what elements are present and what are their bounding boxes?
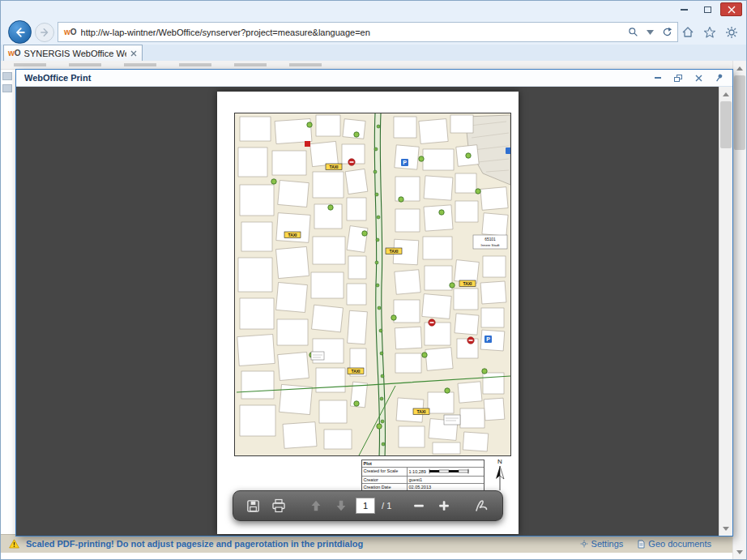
- next-page-button[interactable]: [331, 495, 351, 516]
- settings-link-icon: [580, 540, 588, 548]
- window-close-button[interactable]: [720, 2, 742, 16]
- tab-weboffice[interactable]: wO SYNERGIS WebOffice Web...: [3, 45, 143, 61]
- pdf-viewer: P P TAXI TAXI TAXI TAXI TAXI TAX: [16, 87, 719, 536]
- adobe-acrobat-icon: [473, 498, 489, 514]
- svg-text:P: P: [486, 336, 490, 342]
- scroll-down-icon: [723, 527, 729, 531]
- favorites-star-icon[interactable]: [702, 24, 718, 41]
- arrow-up-icon: [309, 498, 323, 513]
- background-sidebar: [2, 72, 14, 96]
- svg-text:TAXI: TAXI: [288, 233, 297, 237]
- address-bar[interactable]: wO http://w-lap-wintner/WebOffice/synser…: [58, 22, 678, 42]
- dialog-restore-icon: [674, 75, 682, 82]
- pin-icon: [715, 73, 724, 83]
- map-image: P P TAXI TAXI TAXI TAXI TAXI TAX: [234, 113, 511, 456]
- forward-arrow-icon: [39, 27, 50, 38]
- tab-favicon: wO: [8, 49, 21, 58]
- settings-link[interactable]: Settings: [580, 539, 624, 549]
- scale-value: 1:10,289: [409, 469, 426, 474]
- svg-text:TAXI: TAXI: [389, 249, 399, 254]
- open-in-acrobat-button[interactable]: [472, 495, 492, 516]
- search-icon[interactable]: [625, 24, 642, 41]
- status-bar: Scaled PDF-printing! Do not adjust pages…: [1, 534, 732, 553]
- north-arrow: N: [489, 456, 510, 495]
- svg-text:TAXI: TAXI: [463, 281, 472, 286]
- creator-label: Creator: [362, 477, 408, 483]
- print-icon: [271, 498, 287, 514]
- tab-close-icon: [130, 50, 137, 57]
- scroll-down-icon: [736, 550, 743, 554]
- scale-bar: [429, 468, 472, 475]
- plus-icon: [437, 498, 451, 513]
- window-maximize-button[interactable]: [697, 2, 719, 16]
- svg-text:N: N: [497, 458, 502, 465]
- url-text[interactable]: http://w-lap-wintner/WebOffice/synserver…: [81, 28, 625, 37]
- dialog-close-button[interactable]: [693, 73, 704, 83]
- geo-documents-link[interactable]: Geo documents: [638, 539, 711, 549]
- page-scroll-thumb[interactable]: [734, 75, 745, 150]
- weboffice-favicon: wO: [60, 28, 81, 36]
- previous-page-button[interactable]: [306, 495, 327, 516]
- navigation-bar: wO http://w-lap-wintner/WebOffice/synser…: [1, 19, 746, 45]
- dialog-title: WebOffice Print: [24, 73, 91, 83]
- viewer-scrollbar[interactable]: [719, 87, 732, 536]
- back-arrow-icon: [14, 26, 27, 39]
- print-warning-text: Scaled PDF-printing! Do not adjust pages…: [26, 539, 574, 549]
- tab-bar: wO SYNERGIS WebOffice Web...: [1, 45, 746, 61]
- dialog-restore-button[interactable]: [672, 73, 684, 83]
- zoom-in-button[interactable]: [434, 495, 455, 516]
- arrow-down-icon: [334, 498, 348, 513]
- svg-text:TAXI: TAXI: [351, 369, 361, 374]
- viewer-scroll-thumb[interactable]: [720, 101, 732, 148]
- creation-date-value: 02.05.2013: [409, 485, 432, 489]
- plot-info-table: Plot Created for Scale 1:10,289: [361, 460, 484, 491]
- window-minimize-button[interactable]: [673, 2, 695, 16]
- svg-text:65101: 65101: [484, 237, 496, 242]
- weboffice-print-dialog: WebOffice Print: [15, 69, 733, 536]
- page-number-input[interactable]: [356, 498, 375, 514]
- zoom-out-button[interactable]: [409, 495, 429, 516]
- scroll-up-icon: [723, 92, 729, 96]
- forward-button[interactable]: [35, 23, 54, 42]
- minus-icon: [412, 498, 426, 513]
- viewer-scroll-down-button[interactable]: [719, 522, 732, 535]
- window-titlebar: [1, 1, 746, 19]
- pdf-toolbar: / 1: [233, 490, 503, 521]
- tab-close-button[interactable]: [130, 50, 138, 57]
- page-scroll-up-button[interactable]: [733, 62, 746, 75]
- dialog-minimize-icon: [655, 77, 661, 79]
- svg-text:Innere Stadt: Innere Stadt: [480, 243, 500, 247]
- scale-label: Created for Scale: [362, 468, 408, 476]
- page-total-label: / 1: [382, 501, 391, 511]
- settings-gear-icon[interactable]: [724, 24, 740, 41]
- plot-title: Plot: [362, 460, 374, 467]
- dialog-titlebar[interactable]: WebOffice Print: [16, 70, 732, 87]
- viewer-scroll-up-button[interactable]: [719, 88, 732, 100]
- minimize-icon: [681, 9, 688, 11]
- page-scrollbar[interactable]: [732, 61, 746, 559]
- save-icon: [245, 498, 261, 514]
- tab-title: SYNERGIS WebOffice Web...: [24, 49, 126, 58]
- creator-value: guest1: [409, 477, 423, 482]
- svg-text:P: P: [403, 160, 407, 165]
- map-district-label: 65101 Innere Stadt: [473, 235, 507, 249]
- svg-text:TAXI: TAXI: [329, 165, 339, 169]
- warning-icon: [9, 539, 19, 549]
- home-icon[interactable]: [680, 24, 696, 41]
- svg-text:TAXI: TAXI: [416, 409, 426, 414]
- page-scroll-down-button[interactable]: [733, 545, 746, 558]
- back-button[interactable]: [8, 20, 32, 44]
- refresh-icon[interactable]: [659, 24, 676, 41]
- print-button[interactable]: [268, 495, 288, 516]
- pdf-page: P P TAXI TAXI TAXI TAXI TAXI TAX: [217, 92, 519, 534]
- document-icon: [638, 540, 645, 549]
- close-icon: [728, 6, 736, 14]
- browser-window: wO http://w-lap-wintner/WebOffice/synser…: [0, 0, 747, 560]
- scroll-up-icon: [736, 66, 743, 71]
- maximize-icon: [704, 6, 711, 13]
- save-button[interactable]: [244, 495, 264, 516]
- dialog-minimize-button[interactable]: [652, 73, 664, 83]
- dialog-close-icon: [695, 75, 702, 82]
- dialog-pin-button[interactable]: [713, 73, 724, 83]
- autocomplete-dropdown-icon[interactable]: [642, 24, 659, 41]
